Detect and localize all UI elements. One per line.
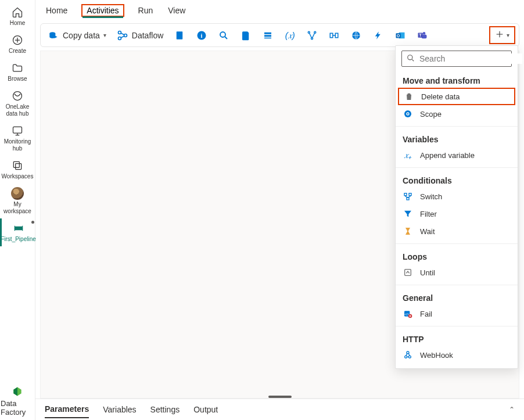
svg-rect-3 bbox=[13, 161, 19, 167]
nav-onelake[interactable]: OneLake data hub bbox=[1, 86, 34, 121]
chevron-down-icon: ▾ bbox=[507, 32, 509, 38]
nav-workspaces[interactable]: Workspaces bbox=[1, 156, 34, 184]
svg-rect-5 bbox=[15, 227, 22, 230]
tab-home[interactable]: Home bbox=[45, 3, 69, 17]
hourglass-icon bbox=[403, 226, 413, 236]
expand-panel-button[interactable]: ⌃ bbox=[509, 405, 515, 414]
lookup-icon[interactable] bbox=[214, 27, 233, 44]
nav-create[interactable]: Create bbox=[1, 30, 34, 58]
category-conditionals: Conditionals bbox=[396, 171, 518, 188]
activity-fail[interactable]: </> Fail bbox=[396, 305, 518, 322]
tab-view[interactable]: View bbox=[167, 3, 186, 17]
more-activities-button[interactable]: ▾ bbox=[489, 26, 515, 44]
svg-point-30 bbox=[408, 55, 412, 59]
nav-workspaces-label: Workspaces bbox=[2, 173, 34, 180]
svg-text:O: O bbox=[397, 33, 400, 37]
svg-rect-34 bbox=[404, 193, 407, 196]
svg-point-18 bbox=[314, 31, 316, 33]
activity-fail-label: Fail bbox=[420, 310, 432, 318]
activity-until-label: Until bbox=[420, 268, 435, 277]
activity-search-input[interactable] bbox=[418, 53, 522, 64]
azure-function-icon[interactable] bbox=[369, 27, 387, 44]
activity-delete-data[interactable]: Delete data bbox=[398, 88, 515, 105]
activity-wait[interactable]: Wait bbox=[396, 222, 518, 240]
until-icon bbox=[403, 267, 413, 278]
trash-icon bbox=[404, 91, 414, 102]
folder-icon bbox=[11, 62, 24, 74]
main-area: Home Activities Run View Copy data ▾ Dat… bbox=[35, 0, 524, 420]
foreach-icon[interactable] bbox=[325, 27, 343, 44]
activity-append-variable[interactable]: 𝑥₊ Append variable bbox=[396, 146, 518, 164]
svg-rect-10 bbox=[177, 31, 183, 40]
tab-run[interactable]: Run bbox=[137, 3, 155, 17]
stored-procedure-icon[interactable] bbox=[259, 27, 277, 44]
pipeline-icon bbox=[12, 222, 25, 235]
activity-scope[interactable]: Scope bbox=[396, 105, 518, 123]
dataflow-button[interactable]: Dataflow bbox=[113, 27, 167, 44]
activity-scope-label: Scope bbox=[420, 110, 442, 119]
monitor-icon bbox=[11, 124, 24, 137]
activity-filter[interactable]: Filter bbox=[396, 205, 518, 222]
activity-search[interactable] bbox=[401, 51, 512, 67]
category-move-transform: Move and transform bbox=[396, 71, 518, 88]
svg-rect-14 bbox=[264, 32, 271, 34]
script-icon[interactable] bbox=[236, 27, 255, 44]
notebook-icon[interactable] bbox=[170, 27, 189, 44]
activity-webhook[interactable]: WebHook bbox=[396, 346, 518, 364]
onelake-icon bbox=[11, 89, 24, 102]
outlook-icon[interactable]: O bbox=[391, 27, 410, 44]
set-variable-icon[interactable]: (𝑥) bbox=[281, 27, 299, 44]
scope-icon bbox=[403, 109, 413, 119]
footer-tab-settings[interactable]: Settings bbox=[150, 401, 180, 418]
footer-tab-parameters[interactable]: Parameters bbox=[45, 401, 89, 418]
nav-browse[interactable]: Browse bbox=[1, 58, 34, 86]
web-icon[interactable] bbox=[347, 27, 365, 44]
nav-first-pipeline[interactable]: First_Pipeline bbox=[0, 218, 35, 246]
branch-icon[interactable] bbox=[303, 27, 321, 44]
unsaved-dot-icon bbox=[31, 221, 34, 224]
home-icon bbox=[11, 6, 24, 19]
nav-monitoring[interactable]: Monitoring hub bbox=[1, 121, 34, 156]
activities-ribbon: Copy data ▾ Dataflow i bbox=[40, 23, 519, 47]
copy-data-button[interactable]: Copy data ▾ bbox=[44, 27, 110, 44]
activity-filter-label: Filter bbox=[420, 210, 437, 218]
copy-data-label: Copy data bbox=[63, 31, 100, 40]
tab-activities[interactable]: Activities bbox=[81, 4, 124, 17]
footer-tab-output[interactable]: Output bbox=[193, 401, 218, 418]
svg-rect-16 bbox=[264, 37, 271, 38]
info-icon[interactable]: i bbox=[192, 27, 211, 44]
nav-data-factory[interactable]: Data Factory bbox=[1, 386, 34, 420]
nav-home[interactable]: Home bbox=[1, 2, 34, 30]
svg-point-13 bbox=[220, 32, 225, 37]
panel-resize-handle[interactable] bbox=[268, 396, 292, 398]
category-http: HTTP bbox=[396, 330, 518, 346]
nav-monitoring-label: Monitoring hub bbox=[1, 138, 34, 152]
svg-point-17 bbox=[308, 31, 310, 33]
nav-my-workspace[interactable]: My workspace bbox=[1, 184, 34, 218]
nav-firstpipeline-label: First_Pipeline bbox=[1, 236, 36, 243]
nav-create-label: Create bbox=[9, 48, 26, 55]
nav-onelake-label: OneLake data hub bbox=[1, 103, 34, 117]
plus-circle-icon bbox=[11, 34, 24, 46]
svg-point-19 bbox=[311, 37, 313, 39]
svg-point-26 bbox=[423, 32, 426, 35]
nav-browse-label: Browse bbox=[8, 76, 27, 82]
plus-icon bbox=[495, 30, 504, 41]
activity-switch[interactable]: Switch bbox=[396, 188, 518, 205]
activity-switch-label: Switch bbox=[420, 192, 442, 201]
category-general: General bbox=[396, 289, 518, 305]
category-loops: Loops bbox=[396, 247, 518, 264]
activity-wait-label: Wait bbox=[420, 227, 435, 236]
svg-rect-35 bbox=[409, 193, 411, 196]
svg-rect-15 bbox=[264, 35, 271, 37]
avatar bbox=[11, 187, 24, 200]
workspaces-icon bbox=[11, 159, 24, 172]
category-variables: Variables bbox=[396, 130, 518, 146]
activity-webhook-label: WebHook bbox=[420, 351, 453, 360]
append-variable-icon: 𝑥₊ bbox=[403, 150, 413, 160]
activity-until[interactable]: Until bbox=[396, 264, 518, 281]
teams-icon[interactable]: T bbox=[413, 27, 432, 44]
svg-rect-4 bbox=[16, 164, 21, 170]
footer-tab-variables[interactable]: Variables bbox=[103, 401, 136, 418]
bottom-panel-tabs: Parameters Variables Settings Output ⌃ bbox=[35, 399, 524, 420]
